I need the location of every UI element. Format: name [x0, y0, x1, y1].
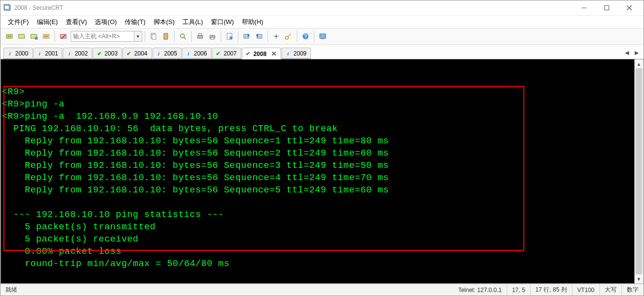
session-tab[interactable]: i2009 [282, 48, 311, 59]
info-icon: i [36, 50, 43, 57]
print-screen-icon[interactable] [206, 30, 218, 42]
app-icon [3, 4, 11, 12]
screen-icon[interactable] [317, 30, 329, 42]
svg-point-10 [35, 37, 38, 40]
host-input[interactable] [71, 31, 134, 42]
svg-line-20 [184, 37, 186, 39]
scroll-up-icon[interactable]: ▲ [635, 59, 643, 68]
status-protocol: Telnet: 127.0.0.1 [453, 284, 507, 296]
title-bar: 2008 - SecureCRT [0, 0, 644, 15]
host-dropdown-icon[interactable]: ▾ [134, 31, 142, 42]
status-ready: 就绪 [0, 284, 22, 296]
svg-rect-24 [211, 37, 214, 39]
maximize-button[interactable] [595, 0, 618, 15]
tab-label: 2007 [224, 50, 237, 57]
session-tab[interactable]: i2000 [3, 48, 33, 59]
menu-item[interactable]: 工具(L) [179, 16, 206, 28]
minimize-button[interactable] [573, 0, 595, 15]
tab-label: 2001 [45, 50, 58, 57]
session-tab[interactable]: i2006 [182, 48, 211, 59]
svg-line-31 [288, 34, 291, 37]
tab-label: 2008 [254, 51, 267, 57]
terminal-line: 5 packet(s) transmitted [2, 221, 633, 233]
scroll-down-icon[interactable]: ▼ [635, 274, 643, 283]
print-icon[interactable] [194, 30, 206, 42]
svg-point-19 [180, 34, 184, 38]
terminal-line: --- 192.168.10.10 ping statistics --- [2, 209, 633, 221]
session-tab[interactable]: ✔2008✕ [242, 48, 282, 59]
check-icon: ✔ [245, 51, 252, 57]
session-tab[interactable]: ✔2007 [212, 48, 241, 59]
svg-point-29 [275, 35, 277, 37]
info-icon: i [66, 50, 73, 57]
receive-icon[interactable] [253, 30, 265, 42]
status-num: 数字 [622, 284, 644, 296]
menu-item[interactable]: 文件(F) [4, 16, 32, 28]
terminal-line: 0.00% packet loss [2, 245, 633, 258]
terminal-line: 5 packet(s) received [2, 233, 633, 245]
scrollbar-thumb[interactable] [636, 68, 642, 274]
svg-rect-12 [44, 35, 48, 37]
menu-item[interactable]: 编辑(E) [33, 16, 61, 28]
info-icon: i [284, 50, 291, 57]
svg-text:?: ? [304, 34, 307, 39]
tab-close-icon[interactable]: ✕ [271, 50, 277, 57]
menu-item[interactable]: 选项(O) [91, 16, 120, 28]
tab-label: 2002 [75, 50, 88, 57]
menu-bar: 文件(F)编辑(E)查看(V)选项(O)传输(T)脚本(S)工具(L)窗口(W)… [0, 15, 644, 28]
host-field[interactable]: ▾ [71, 31, 142, 42]
info-icon: i [155, 50, 162, 57]
session-tab[interactable]: ✔2003 [93, 48, 122, 59]
menu-item[interactable]: 帮助(H) [238, 16, 267, 28]
session-tab[interactable]: i2005 [153, 48, 182, 59]
tab-label: 2004 [134, 50, 148, 57]
svg-rect-18 [165, 33, 167, 34]
tab-scroll-left-icon[interactable]: ◀ [623, 49, 631, 57]
help-icon[interactable]: ? [300, 30, 311, 42]
svg-rect-35 [322, 38, 324, 39]
copy-icon[interactable] [148, 30, 159, 42]
check-icon: ✔ [96, 50, 103, 57]
status-emulation: VT100 [572, 284, 600, 296]
info-icon: i [6, 50, 13, 57]
check-icon: ✔ [126, 50, 132, 57]
menu-item[interactable]: 脚本(S) [150, 16, 178, 28]
disconnect-icon[interactable] [57, 30, 69, 42]
status-size: 17 行, 85 列 [531, 284, 572, 296]
session-tab[interactable]: ✔2004 [123, 48, 152, 59]
check-icon: ✔ [215, 50, 222, 57]
close-button[interactable] [618, 0, 641, 15]
window-title: 2008 - SecureCRT [14, 4, 63, 11]
svg-rect-21 [198, 35, 203, 38]
send-icon[interactable] [241, 30, 253, 42]
terminal-line: round-trip min/avg/max = 50/64/80 ms [2, 258, 633, 270]
terminal-line: PING 192.168.10.10: 56 data bytes, press… [2, 123, 633, 135]
svg-point-26 [230, 36, 232, 39]
find-icon[interactable] [177, 30, 189, 42]
svg-rect-34 [320, 34, 326, 38]
toolbar: ▾ ? [0, 28, 644, 45]
session-tab[interactable]: i2002 [63, 48, 92, 59]
options-icon[interactable] [270, 30, 282, 42]
terminal-line: <R9>ping -a [2, 98, 633, 110]
connect-bar-icon[interactable] [28, 30, 40, 42]
tab-label: 2003 [104, 50, 118, 57]
quick-connect-icon[interactable] [16, 30, 27, 42]
paste-icon[interactable] [160, 30, 172, 42]
tab-label: 2005 [164, 50, 178, 57]
menu-item[interactable]: 窗口(W) [207, 16, 237, 28]
terminal-line [2, 196, 633, 209]
status-cursor: 17, 5 [507, 284, 531, 296]
key-icon[interactable] [283, 30, 294, 42]
terminal-line: Reply from 192.168.10.10: bytes=56 Seque… [2, 160, 633, 172]
tab-scroll-right-icon[interactable]: ▶ [633, 49, 641, 57]
reconnect-icon[interactable] [40, 30, 52, 42]
session-tab[interactable]: i2001 [33, 48, 63, 59]
terminal[interactable]: <R9><R9>ping -a<R9>ping -a 192.168.9.9 1… [0, 59, 635, 284]
vertical-scrollbar[interactable]: ▲ ▼ [635, 59, 644, 284]
menu-item[interactable]: 查看(V) [62, 16, 90, 28]
connect-icon[interactable] [3, 30, 15, 42]
properties-icon[interactable] [224, 30, 235, 42]
menu-item[interactable]: 传输(T) [121, 16, 149, 28]
terminal-line: Reply from 192.168.10.10: bytes=56 Seque… [2, 135, 633, 147]
